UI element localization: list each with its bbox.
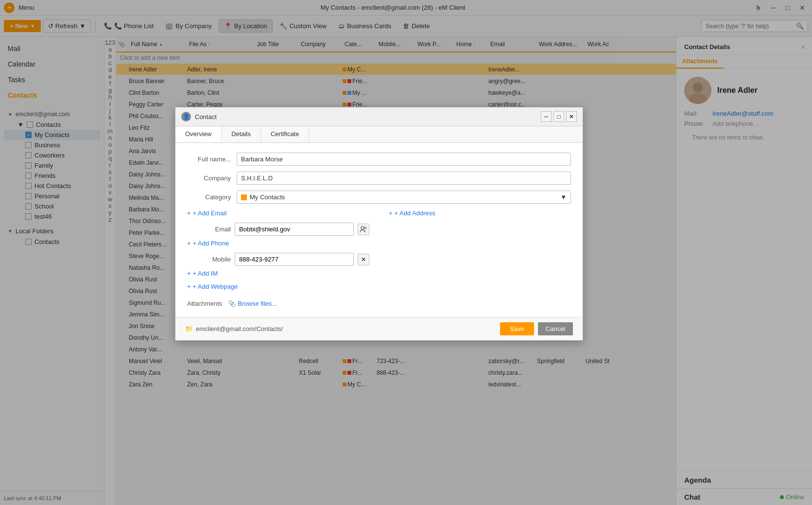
two-col-section: + + Add Email Email	[187, 209, 571, 296]
svg-point-3	[361, 226, 364, 229]
svg-point-4	[364, 227, 366, 229]
left-col: + + Add Email Email	[187, 209, 369, 296]
add-phone-label: + Add Phone	[193, 240, 229, 247]
company-row: Company	[187, 172, 571, 185]
email-lookup-button[interactable]	[358, 224, 369, 235]
add-address-link[interactable]: + + Add Address	[389, 209, 571, 217]
modal-footer: 📁 emclient@gmail.com/Contacts/ Save Canc…	[175, 317, 583, 340]
phone-label: Mobile	[187, 256, 231, 263]
modal-body: Full name... Company Category My Contact…	[175, 143, 583, 317]
modal-tabs: Overview Details Certificate	[175, 126, 583, 143]
phone-clear-button[interactable]: ✕	[358, 254, 369, 265]
category-label: Category	[187, 193, 231, 201]
category-value: My Contacts	[250, 193, 285, 201]
fullname-input[interactable]	[237, 153, 571, 166]
add-im-label: + Add IM	[193, 270, 218, 277]
modal-close-button[interactable]: ✕	[566, 111, 577, 122]
add-webpage-icon: +	[187, 283, 191, 290]
contact-modal: 👤 Contact ─ □ ✕ Overview Details Certifi…	[175, 107, 583, 341]
category-row: Category My Contacts ▼	[187, 191, 571, 204]
folder-icon: 📁	[185, 325, 193, 332]
add-webpage-label: + Add Webpage	[193, 283, 238, 290]
modal-tab-details[interactable]: Details	[222, 126, 261, 142]
attachments-label: Attachments	[187, 300, 222, 307]
email-label: Email	[187, 226, 231, 233]
save-button[interactable]: Save	[500, 322, 534, 335]
company-label: Company	[187, 174, 231, 182]
modal-minimize-button[interactable]: ─	[541, 111, 552, 122]
modal-tab-certificate[interactable]: Certificate	[261, 126, 310, 142]
attachments-row: Attachments 📎 Browse files...	[187, 300, 571, 307]
paperclip-icon: 📎	[228, 300, 236, 307]
modal-controls: ─ □ ✕	[541, 111, 577, 122]
add-phone-icon: +	[187, 240, 191, 247]
email-input[interactable]	[235, 223, 354, 236]
cancel-button[interactable]: Cancel	[538, 322, 573, 335]
category-select[interactable]: My Contacts ▼	[237, 191, 571, 204]
add-webpage-link[interactable]: + + Add Webpage	[187, 283, 369, 290]
add-im-icon: +	[187, 270, 191, 277]
modal-title-text: Contact	[195, 113, 217, 121]
footer-path-text: emclient@gmail.com/Contacts/	[196, 325, 283, 332]
phone-input[interactable]	[235, 253, 354, 266]
contact-icon: 👤	[181, 112, 191, 122]
company-input[interactable]	[237, 172, 571, 185]
modal-tab-overview[interactable]: Overview	[175, 126, 222, 142]
add-email-icon: +	[187, 209, 191, 217]
add-email-link[interactable]: + + Add Email	[187, 209, 369, 217]
modal-maximize-button[interactable]: □	[553, 111, 564, 122]
fullname-label: Full name...	[187, 156, 231, 163]
footer-buttons: Save Cancel	[500, 322, 573, 335]
modal-titlebar: 👤 Contact ─ □ ✕	[175, 107, 583, 126]
add-address-label: + Add Address	[395, 209, 435, 217]
email-row: Email	[187, 223, 369, 236]
browse-files-link[interactable]: 📎 Browse files...	[228, 300, 277, 307]
modal-overlay: 👤 Contact ─ □ ✕ Overview Details Certifi…	[0, 0, 812, 505]
category-dropdown-arrow: ▼	[560, 193, 567, 201]
add-im-link[interactable]: + + Add IM	[187, 270, 369, 277]
browse-label: Browse files...	[238, 300, 277, 307]
add-email-label: + Add Email	[193, 209, 227, 217]
footer-path: 📁 emclient@gmail.com/Contacts/	[185, 325, 283, 332]
people-icon	[360, 226, 367, 233]
modal-title-area: 👤 Contact	[181, 112, 217, 122]
add-phone-link[interactable]: + + Add Phone	[187, 240, 369, 247]
right-col: + + Add Address	[389, 209, 571, 296]
phone-row: Mobile ✕	[187, 253, 369, 266]
add-address-icon: +	[389, 209, 393, 217]
fullname-row: Full name...	[187, 153, 571, 166]
category-color-swatch	[241, 194, 247, 200]
